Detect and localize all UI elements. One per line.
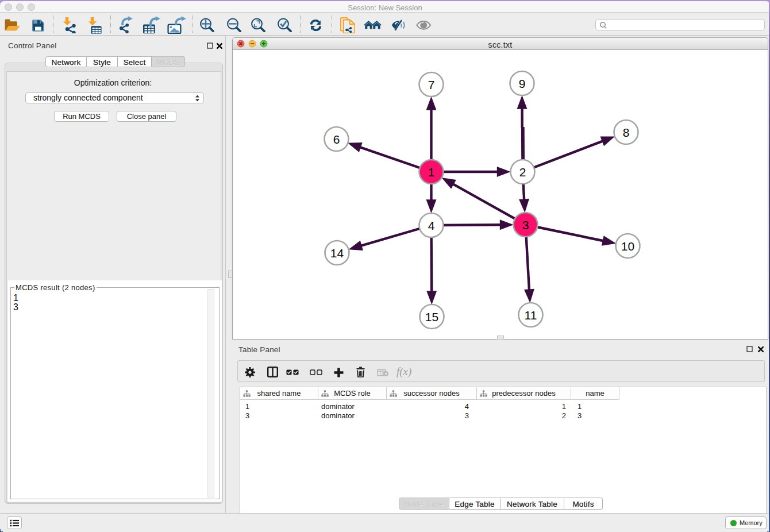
svg-text:11: 11 xyxy=(525,309,537,322)
svg-text:6: 6 xyxy=(333,133,340,146)
svg-text:14: 14 xyxy=(330,246,344,260)
svg-text:10: 10 xyxy=(621,240,634,253)
svg-text:9: 9 xyxy=(519,77,526,90)
svg-text:4: 4 xyxy=(428,219,435,232)
svg-text:2: 2 xyxy=(519,165,526,179)
svg-text:15: 15 xyxy=(425,310,438,323)
svg-text:3: 3 xyxy=(522,218,529,232)
svg-text:7: 7 xyxy=(428,78,435,91)
svg-text:1: 1 xyxy=(428,165,435,179)
svg-text:8: 8 xyxy=(623,126,630,139)
